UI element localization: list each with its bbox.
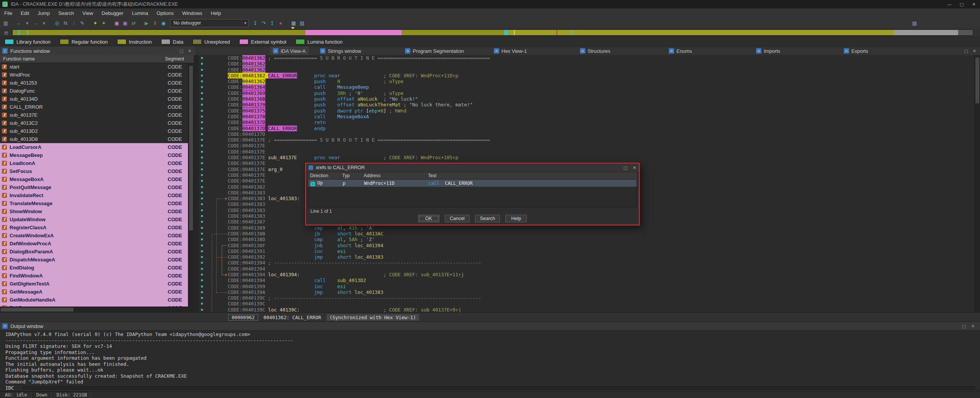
xrefs-dialog-titlebar[interactable]: xrefs to CALL_ERROR ▢ ✕ — [306, 163, 639, 172]
tab-hex-view-1[interactable]: AHex View-1 — [491, 46, 530, 55]
menu-help[interactable]: Help — [207, 10, 225, 16]
disasm-line[interactable]: CODE:0040137D — [199, 131, 975, 137]
nav-back-caret-icon[interactable]: ▾ — [23, 19, 31, 27]
tab-structures[interactable]: AStructures — [577, 46, 613, 55]
disasm-vertical-scrollbar[interactable] — [974, 55, 980, 312]
disasm-line[interactable]: CODE:00401394loc_401394: ; CODE XREF: su… — [199, 272, 975, 277]
dialog-close-icon[interactable]: ✕ — [633, 165, 636, 170]
color-instruction-icon[interactable]: ▣ — [113, 19, 121, 27]
function-row-enddialog[interactable]: fEndDialogCODE — [0, 264, 188, 272]
search-again-icon[interactable]: ✦ — [100, 19, 108, 27]
search-icon[interactable]: ✦ — [91, 19, 100, 27]
menu-windows[interactable]: Windows — [178, 10, 207, 16]
function-row-dialogfunc[interactable]: fDialogFuncCODE — [0, 87, 188, 95]
open-structures-icon[interactable]: ▦ — [289, 19, 298, 27]
xref-row[interactable]: ↑UppWndProc+11Dcall CALL_ERROR — [308, 179, 637, 187]
xrefs-column-typ[interactable]: Typ — [340, 172, 361, 179]
maximize-button[interactable]: ▢ — [956, 0, 968, 8]
function-row-messageboxa[interactable]: fMessageBoxACODE — [0, 175, 188, 183]
function-row-wndproc[interactable]: fWndProcCODE — [0, 71, 188, 79]
menu-file[interactable]: File — [0, 10, 16, 16]
function-row-sub-4013d2[interactable]: fsub_4013D2CODE — [0, 127, 188, 135]
help-button[interactable]: Help — [505, 215, 527, 222]
function-row-registerclassa[interactable]: fRegisterClassACODE — [0, 223, 188, 232]
cli-language-select[interactable]: IDC — [5, 385, 14, 391]
minimize-button[interactable]: — — [943, 0, 956, 8]
function-row-dispatchmessagea[interactable]: fDispatchMessageACODE — [0, 256, 188, 264]
function-row-messagebeep[interactable]: fMessageBeepCODE — [0, 151, 188, 159]
xrefs-column-direction[interactable]: Direction — [308, 172, 340, 179]
function-row-invalidaterect[interactable]: fInvalidateRectCODE — [0, 191, 188, 199]
rename-icon[interactable]: N — [61, 19, 70, 27]
desktop-layout-icon[interactable]: ▧ — [910, 19, 919, 27]
disasm-line[interactable]: CODE:00401399 inc esi — [199, 284, 975, 289]
function-row-sub-4013d8[interactable]: fsub_4013D8CODE — [0, 135, 188, 143]
navband-menu-icon[interactable]: ▤ — [3, 30, 9, 35]
disasm-line[interactable]: CODE:00401364 call MessageBeep — [199, 84, 975, 90]
disasm-line[interactable]: CODE:00401362 — [199, 67, 975, 73]
tab-imports[interactable]: AImports — [753, 46, 783, 55]
chevron-down-icon[interactable]: ▼ — [242, 21, 248, 25]
function-row-updatewindow[interactable]: fUpdateWindowCODE — [0, 215, 188, 223]
nav-forward-icon[interactable]: → — [31, 19, 40, 27]
tab-ida-view-a[interactable]: AIDA View-A — [270, 46, 309, 55]
panel-splitter[interactable] — [194, 55, 199, 312]
column-function-name[interactable]: Function name — [0, 56, 162, 62]
function-row-setfocus[interactable]: fSetFocusCODE — [0, 167, 188, 175]
function-row-getdlgitemtexta[interactable]: fGetDlgItemTextACODE — [0, 280, 188, 288]
tab-enums[interactable]: AEnums — [666, 46, 695, 55]
function-row-translatemessage[interactable]: fTranslateMessageCODE — [0, 199, 188, 207]
menu-debugger[interactable]: Debugger — [97, 10, 127, 16]
dock-float-icon[interactable]: ▢ — [964, 49, 968, 54]
scrollbar-thumb[interactable] — [1, 308, 74, 312]
disasm-line[interactable]: CODE:00401369 push 30h ; '0' ; uType — [199, 90, 975, 96]
close-pane-icon[interactable]: ✕ — [188, 49, 191, 54]
float-pane-icon[interactable]: ▢ — [179, 49, 183, 54]
xrefs-column-address[interactable]: Address — [361, 172, 426, 179]
disasm-line[interactable]: CODE:00401362; =============== S U B R O… — [199, 55, 975, 61]
disasm-line[interactable]: CODE:00401370 push offset aNoLuckThereMa… — [199, 102, 975, 108]
comment-icon[interactable]: ∶ — [70, 19, 78, 27]
disasm-line[interactable]: CODE:00401362 push 0 ; uType — [199, 78, 975, 84]
function-row-getmessagea[interactable]: fGetMessageACODE — [0, 288, 188, 296]
functions-vertical-scrollbar[interactable] — [188, 63, 194, 312]
step-into-icon[interactable]: ↧ — [251, 19, 260, 27]
function-row-findwindowa[interactable]: fFindWindowACODE — [0, 272, 188, 280]
disasm-line[interactable]: CODE:0040137Esub_40137E proc near ; CODE… — [199, 155, 975, 160]
function-row-call-error[interactable]: fCALL_ERRORCODE — [0, 103, 188, 111]
jump-address-icon[interactable]: ◎ — [53, 19, 61, 27]
step-over-icon[interactable]: ↷ — [260, 19, 268, 27]
disasm-line[interactable]: CODE:0040139C; -------------------------… — [199, 295, 975, 301]
function-row-start[interactable]: fstartCODE — [0, 63, 188, 71]
disasm-line[interactable]: CODE:00401362CALL_ERROR proc near ; CODE… — [199, 73, 975, 78]
function-row-sub-4013c2[interactable]: fsub_4013C2CODE — [0, 119, 188, 127]
color-function-icon[interactable]: ▣ — [121, 19, 129, 27]
functions-horizontal-scrollbar[interactable] — [0, 307, 188, 312]
navigation-band[interactable] — [12, 29, 973, 36]
menu-edit[interactable]: Edit — [16, 10, 33, 16]
ok-button[interactable]: OK — [418, 215, 439, 222]
suspend-process-icon[interactable]: ‖ — [151, 19, 159, 27]
scrollbar-thumb[interactable] — [975, 57, 979, 103]
menu-view[interactable]: View — [78, 10, 97, 16]
disasm-line[interactable]: CODE:0040139A jmp short loc_401383 — [199, 289, 975, 295]
dialog-maximize-icon[interactable]: ▢ — [623, 165, 627, 170]
nav-back-icon[interactable]: ← — [15, 19, 23, 27]
disasm-line[interactable]: CODE:0040139Cloc_40139C: ; CODE XREF: su… — [199, 307, 975, 312]
function-row-sub-401253[interactable]: fsub_401253CODE — [0, 79, 188, 87]
disasm-line[interactable]: CODE:0040139C — [199, 301, 975, 307]
disasm-line[interactable]: CODE:0040138D cmp al, 5Ah ; 'Z' — [199, 237, 975, 242]
debugger-icon[interactable]: ◉ — [159, 19, 168, 27]
run-until-return-icon[interactable]: ↥ — [268, 19, 276, 27]
cancel-button[interactable]: Cancel — [445, 215, 470, 222]
function-row-sub-40137e[interactable]: fsub_40137ECODE — [0, 111, 188, 119]
disasm-line[interactable]: CODE:0040138B jb short loc_4013AC — [199, 231, 975, 237]
disasm-line[interactable]: CODE:00401389 cmp al, 41h ; 'A' — [199, 225, 975, 231]
disasm-line[interactable]: CODE:0040137E — [199, 149, 975, 155]
disasm-line[interactable]: CODE:0040138F jnb short loc_401394 — [199, 243, 975, 248]
function-row-postquitmessage[interactable]: fPostQuitMessageCODE — [0, 183, 188, 191]
disasm-line[interactable]: CODE:00401362 — [199, 61, 975, 67]
disasm-line[interactable]: CODE:00401394 call sub_4013D2 — [199, 277, 975, 283]
output-float-icon[interactable]: ▢ — [962, 324, 965, 329]
disasm-line[interactable]: CODE:00401391 inc esi — [199, 248, 975, 254]
